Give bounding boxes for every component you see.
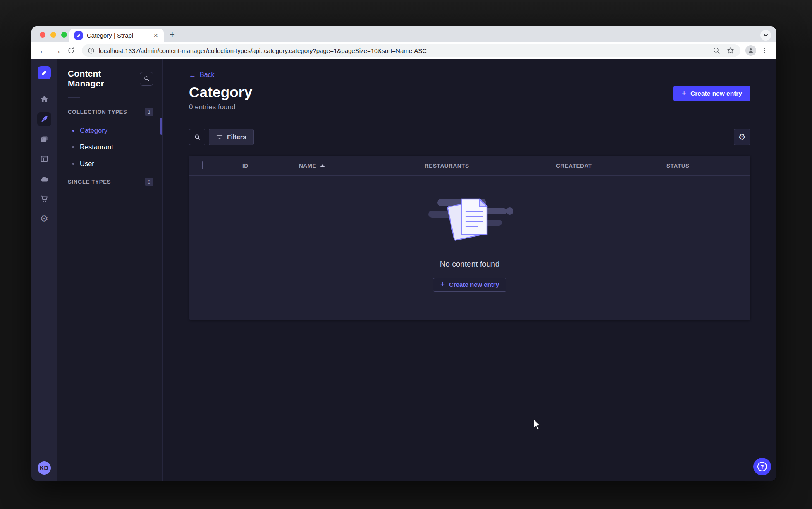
filters-button[interactable]: Filters bbox=[209, 129, 254, 145]
section-label: SINGLE TYPES bbox=[68, 179, 111, 185]
zoom-icon[interactable] bbox=[713, 47, 721, 55]
sidebar-item-restaurant[interactable]: Restaurant bbox=[57, 139, 162, 155]
main-nav-rail: ⚙ KD bbox=[31, 59, 57, 481]
browser-toolbar: ← → localhost:1337/admin/content-manager… bbox=[31, 42, 776, 59]
page-title: Category bbox=[189, 84, 252, 101]
browser-menu-icon[interactable] bbox=[759, 45, 770, 56]
gear-icon: ⚙ bbox=[738, 133, 746, 141]
bullet-icon bbox=[72, 146, 74, 148]
url-text[interactable]: localhost:1337/admin/content-manager/col… bbox=[99, 47, 709, 54]
tab-close-icon[interactable]: × bbox=[152, 31, 160, 40]
window-controls bbox=[40, 32, 67, 38]
sidebar-item-label: Restaurant bbox=[80, 143, 113, 151]
main-content: ← Back Category 0 entries found + Create… bbox=[163, 59, 776, 481]
no-content-illustration bbox=[425, 194, 514, 245]
sidebar-item-user[interactable]: User bbox=[57, 155, 162, 172]
empty-state: No content found + Create new entry bbox=[189, 176, 750, 320]
single-types-section-header: SINGLE TYPES 0 bbox=[57, 178, 162, 186]
nav-content-type-builder-icon[interactable] bbox=[37, 152, 51, 166]
single-types-count-badge: 0 bbox=[145, 178, 153, 186]
column-header-name[interactable]: NAME bbox=[287, 163, 412, 169]
page-info-icon[interactable] bbox=[88, 47, 95, 54]
user-avatar[interactable]: KD bbox=[38, 461, 51, 475]
sort-ascending-icon[interactable] bbox=[320, 164, 325, 167]
sidebar-item-category[interactable]: Category bbox=[57, 122, 162, 139]
view-settings-button[interactable]: ⚙ bbox=[734, 129, 750, 145]
browser-tab[interactable]: Category | Strapi × bbox=[69, 29, 164, 42]
filter-icon bbox=[216, 134, 223, 140]
rail-divider bbox=[36, 85, 52, 85]
content-manager-subnav: Content Manager COLLECTION TYPES 3 Categ… bbox=[57, 59, 163, 481]
nav-cloud-icon[interactable] bbox=[37, 172, 51, 186]
column-header-restaurants[interactable]: RESTAURANTS bbox=[412, 163, 544, 169]
search-icon bbox=[194, 134, 201, 141]
bullet-icon bbox=[72, 163, 74, 165]
table-header-row: ID NAME RESTAURANTS CREATEDAT STATUS bbox=[189, 156, 750, 176]
entries-count: 0 entries found bbox=[189, 103, 252, 111]
browser-reload-icon[interactable] bbox=[65, 45, 77, 56]
new-tab-button[interactable]: + bbox=[170, 29, 175, 40]
tab-search-chevron-icon[interactable] bbox=[760, 30, 771, 41]
select-all-checkbox[interactable] bbox=[202, 161, 203, 169]
maximize-window-button[interactable] bbox=[61, 32, 67, 38]
help-button[interactable]: ? bbox=[753, 458, 771, 475]
bullet-icon bbox=[72, 130, 74, 132]
address-bar[interactable]: localhost:1337/admin/content-manager/col… bbox=[82, 44, 740, 57]
subnav-search-button[interactable] bbox=[140, 72, 153, 86]
create-new-entry-button[interactable]: + Create new entry bbox=[673, 86, 750, 101]
collection-types-section-header: COLLECTION TYPES 3 bbox=[57, 108, 162, 116]
nav-home-icon[interactable] bbox=[37, 92, 51, 106]
table-search-button[interactable] bbox=[189, 129, 205, 145]
nav-marketplace-icon[interactable] bbox=[37, 192, 51, 206]
sidebar-item-label: Category bbox=[80, 127, 107, 134]
subnav-title: Content Manager bbox=[68, 69, 140, 89]
column-header-id[interactable]: ID bbox=[230, 163, 287, 169]
browser-back-icon[interactable]: ← bbox=[37, 45, 49, 56]
section-label: COLLECTION TYPES bbox=[68, 109, 127, 115]
strapi-logo[interactable] bbox=[38, 66, 51, 79]
empty-create-new-entry-button[interactable]: + Create new entry bbox=[433, 278, 506, 292]
tab-title: Category | Strapi bbox=[87, 32, 152, 39]
subnav-scrollbar[interactable] bbox=[160, 118, 162, 135]
back-arrow-icon: ← bbox=[189, 72, 196, 79]
strapi-app: ⚙ KD Content Manager COLLECTION TYPES 3 … bbox=[31, 59, 776, 481]
question-mark-icon: ? bbox=[757, 462, 767, 471]
nav-media-library-icon[interactable] bbox=[37, 132, 51, 146]
browser-window: Category | Strapi × + ← → localhost:1337… bbox=[31, 26, 776, 481]
nav-content-manager-icon[interactable] bbox=[37, 112, 51, 126]
column-header-createdat[interactable]: CREATEDAT bbox=[544, 163, 654, 169]
plus-icon: + bbox=[682, 89, 686, 97]
browser-profile-icon[interactable] bbox=[745, 45, 756, 56]
mouse-cursor bbox=[532, 418, 542, 431]
empty-message: No content found bbox=[440, 259, 500, 269]
sidebar-item-label: User bbox=[80, 160, 94, 168]
nav-settings-icon[interactable]: ⚙ bbox=[37, 211, 51, 226]
search-icon bbox=[143, 75, 150, 82]
subnav-divider bbox=[68, 97, 80, 98]
browser-tab-bar: Category | Strapi × + bbox=[31, 26, 776, 42]
back-link[interactable]: ← Back bbox=[189, 71, 215, 79]
strapi-favicon-icon bbox=[74, 31, 83, 40]
bookmark-star-icon[interactable] bbox=[726, 46, 735, 55]
close-window-button[interactable] bbox=[40, 32, 45, 38]
minimize-window-button[interactable] bbox=[50, 32, 56, 38]
column-header-status[interactable]: STATUS bbox=[654, 163, 750, 169]
plus-icon: + bbox=[440, 280, 445, 288]
entries-table: ID NAME RESTAURANTS CREATEDAT STATUS bbox=[189, 156, 750, 320]
collection-types-count-badge: 3 bbox=[145, 108, 153, 116]
browser-forward-icon[interactable]: → bbox=[51, 45, 63, 56]
